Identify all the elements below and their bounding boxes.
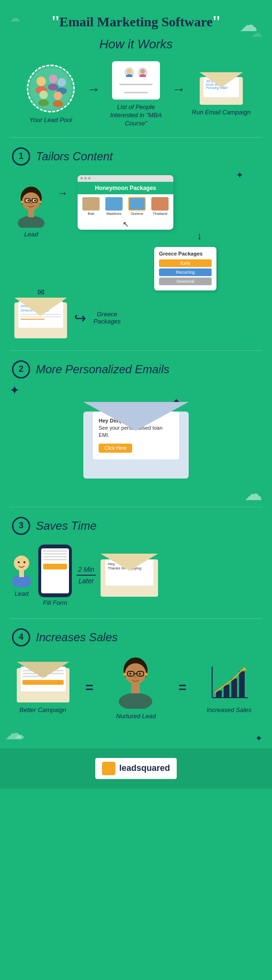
svg-point-5 [57,78,66,87]
section3-lead-figure: Lead [10,554,34,597]
list-card-faces [125,67,147,77]
lead-person-svg [14,185,48,228]
svg-point-27 [18,216,45,228]
section3-header: 3 Saves Time [0,510,272,540]
greece-popup-title: Greece Packages [159,251,212,256]
logo-box: leadsquared [95,758,177,779]
list-line-2 [124,92,148,93]
phone-submit-btn [43,564,67,569]
section3-person-svg [10,554,34,587]
cursor-icon: ↖ [78,219,173,230]
sales-label-increased: Increased Sales [207,706,251,713]
cc-btn [23,680,64,685]
svg-point-4 [48,84,58,90]
svg-point-44 [119,693,152,709]
pers-env-flap [83,402,189,431]
curved-arrow: ↩ [74,310,86,326]
subtitle: How it Works [0,37,272,52]
svg-point-23 [39,200,42,203]
greece-btn-seasonal: Seasonal [159,278,212,285]
section1-header: 1 Tailors Content [0,140,272,170]
increases-sales-content: Better Campaign = [0,651,272,729]
svg-point-42 [124,673,126,676]
divider-4 [10,618,262,619]
browser-card: Honeymoon Packages Bali Maldives Greece [78,175,173,230]
mail-icon: ✉ [37,287,45,298]
flow-lead-pool-label: Your Lead Pool [30,116,72,124]
sales-item-campaign: Better Campaign [12,662,74,713]
cloud-icon-2: ☁ [244,484,262,504]
flow-campaign-label: Run Email Campaign [192,109,251,117]
svg-point-41 [135,676,137,678]
sales-label-campaign: Better Campaign [20,706,67,713]
svg-point-39 [129,673,131,675]
section3-title: Saves Time [36,519,97,533]
env-line-2 [21,316,61,317]
time-divider [77,575,96,576]
personalized-envelope: Hey Dimple, See your personalised loan E… [83,402,189,479]
greece-popup: Greece Packages Early Recurring Seasonal [154,247,216,290]
flow-item-list: List of People Interested in "MBA Course… [105,61,167,128]
deco-star-2: ✦ [10,383,272,397]
divider-1 [10,137,262,138]
personalized-env-wrapper: ◆ Hey Dimple, See your personalised loan… [83,402,189,479]
saves-time-content: Lead Fill Form 2 Min Later [0,540,272,616]
page-title: Email Marketing Software [59,14,213,30]
list-line-1 [119,84,153,85]
svg-point-14 [139,74,146,77]
browser-title: Honeymoon Packages [78,182,173,194]
deco-star-1: ✦ [236,170,243,180]
section3-number: 3 [12,517,30,535]
camp-flap-4 [17,662,69,678]
phone-line-2 [43,553,67,555]
page-wrapper: ☁ ☁ ☁ ✦ Email Marketing Software How it … [0,0,272,980]
dest-maldives: Maldives [105,197,123,216]
flow-item-campaign: 'All you need to know about Pursuing MBA… [190,72,252,117]
phone-line-1 [43,550,67,552]
svg-point-30 [18,561,20,563]
campaign-envelope-4 [17,662,69,702]
section1-number: 1 [12,147,30,166]
sales-item-nurtured: Nurtured Lead [105,656,167,720]
greece-popup-wrapper: Greece Packages Early Recurring Seasonal [106,242,216,290]
logo-square [102,762,115,775]
svg-rect-51 [239,671,245,698]
flow-section: Your Lead Pool → [0,61,272,128]
divider-3 [10,507,262,507]
greece-btn-recurring: Recurring [159,268,212,276]
arrow-lead-browser: → [57,187,68,200]
browser-dot-2 [84,177,87,179]
phone-screen [41,548,69,593]
env-flap [14,298,67,316]
svg-point-13 [140,69,145,74]
svg-point-31 [23,561,25,563]
svg-point-11 [127,69,132,74]
nurtured-lead-svg [115,656,156,709]
campaign-envelope: 'All you need to know about Pursuing MBA… [200,72,243,105]
svg-point-7 [39,90,48,99]
section2-header: 2 More Personalized Emails [0,353,272,383]
dest-label-greece: Greece [131,212,143,216]
deco-section4: ☁ ☁ ✦ [0,729,272,744]
deco-cloud-bottom2: ☁ [14,729,25,741]
browser-bar [78,175,173,182]
section1-title: Tailors Content [36,150,113,163]
svg-point-22 [21,200,23,203]
lead-pool-circle [27,65,75,112]
browser-section: Honeymoon Packages Bali Maldives Greece [78,175,216,290]
env-line-3 [21,319,45,320]
deco-cloud-section2: ☁ [0,483,272,504]
phone-line-4 [43,559,67,560]
time-label: 2 Min Later [77,566,96,585]
svg-rect-33 [19,570,24,577]
svg-point-20 [34,200,36,201]
section1-email-row: ✉ Details on Marriott Greece Package ↩ G… [0,295,272,348]
section4-title: Increases Sales [36,631,118,644]
section4-header: 4 Increases Sales [0,621,272,651]
svg-point-9 [54,91,62,100]
equals-2: = [179,680,186,695]
time-min: 2 Min [78,566,94,573]
sales-chart-svg [207,662,250,702]
arrow-1: → [87,82,100,97]
phone-wrapper: Fill Form [38,545,72,606]
